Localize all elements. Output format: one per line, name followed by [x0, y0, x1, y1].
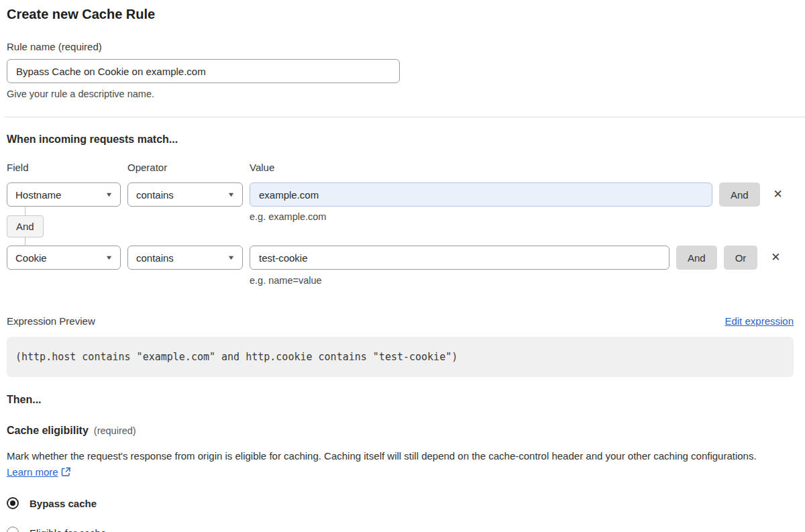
- field-select-2-value: Cookie: [15, 252, 47, 264]
- page-title: Create new Cache Rule: [7, 7, 794, 22]
- field-select-1[interactable]: Hostname ▼: [7, 182, 121, 207]
- radio-unselected-icon: [7, 527, 19, 532]
- expression-preview-header: Expression Preview Edit expression: [7, 315, 794, 327]
- learn-more-link[interactable]: Learn more: [7, 466, 58, 478]
- external-link-icon: [61, 467, 71, 477]
- operator-select-2-value: contains: [136, 252, 174, 264]
- description-text: Mark whether the request's response from…: [7, 450, 757, 462]
- value-hint-1: e.g. example.com: [250, 211, 326, 222]
- value-hint-2: e.g. name=value: [250, 275, 794, 286]
- chevron-down-icon: ▼: [227, 191, 235, 198]
- expression-preview-label: Expression Preview: [7, 315, 95, 327]
- operator-select-1-value: contains: [136, 189, 174, 201]
- value-input-2[interactable]: [250, 246, 669, 270]
- radio-label-bypass-cache: Bypass cache: [30, 498, 97, 509]
- required-note: (required): [94, 425, 136, 436]
- add-or-condition-button-2[interactable]: Or: [724, 246, 758, 270]
- operator-select-2[interactable]: contains ▼: [127, 246, 243, 270]
- section-divider: [5, 117, 805, 117]
- radio-label-eligible-for-cache: Eligible for cache: [30, 527, 106, 532]
- chevron-down-icon: ▼: [227, 254, 235, 261]
- condition-connector-zone: e.g. example.com And: [7, 207, 794, 246]
- match-column-headers: Field Operator Value: [7, 162, 794, 173]
- radio-option-eligible-for-cache[interactable]: Eligible for cache: [7, 527, 794, 532]
- then-heading: Then...: [7, 394, 794, 406]
- field-select-1-value: Hostname: [15, 189, 61, 201]
- add-and-condition-button-2[interactable]: And: [676, 246, 717, 270]
- match-row-2: Cookie ▼ contains ▼ And Or ✕: [7, 246, 794, 270]
- match-heading: When incoming requests match...: [7, 134, 794, 146]
- edit-expression-link[interactable]: Edit expression: [724, 315, 794, 327]
- field-column-label: Field: [7, 162, 127, 173]
- cache-eligibility-heading-row: Cache eligibility (required): [7, 425, 794, 437]
- close-icon: ✕: [771, 251, 780, 264]
- radio-option-bypass-cache[interactable]: Bypass cache: [7, 497, 794, 509]
- chevron-down-icon: ▼: [105, 191, 113, 198]
- cache-eligibility-heading: Cache eligibility: [7, 425, 89, 437]
- operator-column-label: Operator: [127, 162, 250, 173]
- match-row-1: Hostname ▼ contains ▼ And ✕: [7, 182, 794, 207]
- rule-name-help: Give your rule a descriptive name.: [7, 89, 794, 99]
- expression-code-block: (http.host contains "example.com" and ht…: [7, 337, 794, 377]
- connector-line-top: [25, 207, 25, 215]
- create-cache-rule-form: Create new Cache Rule Rule name (require…: [0, 0, 805, 532]
- chevron-down-icon: ▼: [105, 254, 113, 261]
- close-icon: ✕: [773, 188, 783, 201]
- radio-selected-icon: [7, 497, 19, 509]
- value-input-1[interactable]: [250, 182, 712, 207]
- rule-name-input[interactable]: [7, 59, 400, 83]
- rule-name-section: Rule name (required) Give your rule a de…: [7, 41, 794, 99]
- connector-and-button[interactable]: And: [7, 215, 44, 237]
- operator-select-1[interactable]: contains ▼: [127, 182, 243, 207]
- remove-condition-button-2[interactable]: ✕: [765, 246, 786, 270]
- connector-stack: And: [7, 207, 44, 246]
- add-and-condition-button-1[interactable]: And: [719, 182, 760, 207]
- rule-name-label: Rule name (required): [7, 41, 794, 52]
- cache-eligibility-description: Mark whether the request's response from…: [7, 448, 785, 480]
- value-column-label: Value: [250, 162, 794, 173]
- field-select-2[interactable]: Cookie ▼: [7, 246, 121, 270]
- remove-condition-button-1[interactable]: ✕: [768, 182, 788, 207]
- connector-line-bottom: [25, 237, 25, 246]
